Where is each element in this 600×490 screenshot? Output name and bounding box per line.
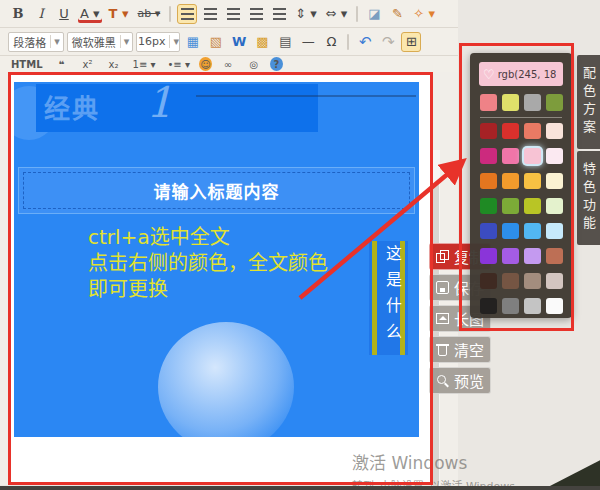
align-left-button[interactable] — [177, 4, 197, 24]
title-placeholder[interactable]: 请输入标题内容 — [23, 172, 410, 209]
color-swatch[interactable] — [502, 148, 519, 164]
strikethrough-button[interactable]: ab ▾ — [134, 4, 163, 24]
color-swatch[interactable] — [502, 298, 519, 314]
color-swatch[interactable] — [480, 248, 497, 264]
paper-ball-image — [158, 322, 294, 437]
color-swatch[interactable] — [546, 173, 563, 189]
line-height-button[interactable]: ⇕ ▾ — [292, 4, 320, 24]
title-input-box[interactable]: 请输入标题内容 — [18, 167, 415, 214]
body-text-line[interactable]: ctrl+a选中全文 — [88, 224, 328, 250]
editor-canvas[interactable]: 经典 1 请输入标题内容 ctrl+a选中全文点击右侧的颜色，全文颜色即可更换 … — [11, 75, 430, 482]
color-swatch[interactable] — [480, 198, 497, 214]
insert-video-button[interactable]: ▤ — [275, 32, 295, 52]
color-swatch[interactable] — [546, 198, 563, 214]
body-text-line[interactable]: 即可更换 — [88, 276, 328, 302]
tab-featured-functions[interactable]: 特色功能 — [577, 151, 600, 245]
text-bg-color-button[interactable]: T ▾ — [106, 4, 132, 24]
screenshot-button[interactable]: ▩ — [252, 32, 272, 52]
help-button[interactable]: ? — [270, 57, 283, 71]
blockquote-button[interactable]: ❝ — [52, 57, 72, 71]
underline-button[interactable]: U — [54, 4, 74, 24]
color-swatch[interactable] — [480, 173, 497, 189]
special-char-button[interactable]: Ω — [321, 32, 341, 52]
find-button[interactable]: ◎ — [244, 57, 264, 71]
separator[interactable] — [356, 6, 358, 22]
color-swatch[interactable] — [524, 273, 541, 289]
color-swatch[interactable] — [546, 123, 563, 139]
color-swatch[interactable] — [480, 123, 497, 139]
desktop-wallpaper-corner — [548, 450, 600, 487]
insert-table-button[interactable]: ▦ — [183, 32, 203, 52]
color-swatch[interactable] — [480, 148, 497, 164]
separator[interactable] — [347, 34, 349, 50]
color-swatch[interactable] — [502, 173, 519, 189]
theme-swatch[interactable] — [480, 94, 497, 111]
color-swatch[interactable] — [480, 298, 497, 314]
color-swatch[interactable] — [502, 223, 519, 239]
color-swatch[interactable] — [502, 273, 519, 289]
separator[interactable] — [169, 6, 171, 22]
horizontal-rule-button[interactable]: — — [298, 32, 318, 52]
clear-button[interactable]: 清空 — [429, 336, 491, 363]
vertical-text[interactable]: 这是什么 — [380, 245, 404, 349]
format-painter-button[interactable]: ✎ — [387, 4, 407, 24]
color-swatch[interactable] — [524, 148, 541, 164]
align-justify-button[interactable] — [246, 4, 266, 24]
color-swatch[interactable] — [546, 248, 563, 264]
insert-image-button[interactable]: ▧ — [206, 32, 226, 52]
link-button[interactable]: ∞ — [218, 57, 238, 71]
preview-button[interactable]: 预览 — [429, 367, 491, 394]
color-swatch[interactable] — [546, 273, 563, 289]
color-swatch[interactable] — [524, 123, 541, 139]
format-eraser-button[interactable]: ◪ — [364, 4, 384, 24]
color-swatch[interactable] — [502, 248, 519, 264]
color-swatch[interactable] — [546, 298, 563, 314]
color-swatch[interactable] — [546, 148, 563, 164]
color-swatch[interactable] — [524, 173, 541, 189]
favorite-color-chip[interactable]: ♡ rgb(245, 18 — [479, 62, 563, 86]
emoji-button[interactable]: ☺ — [199, 57, 212, 71]
font-size-select[interactable]: 16px — [136, 32, 180, 52]
align-center-button[interactable] — [200, 4, 220, 24]
unordered-list-button[interactable]: •≡ ▾ — [164, 57, 192, 71]
font-color-button[interactable]: A ▾ — [77, 4, 103, 24]
color-swatch[interactable] — [502, 123, 519, 139]
toolbar-row-2: 段落格 微软雅黑 16px ▦ ▧ W ▩ ▤ — Ω ↶ — [0, 28, 458, 56]
html-source-button[interactable]: HTML — [8, 57, 46, 71]
color-swatch[interactable] — [524, 298, 541, 314]
align-right-button[interactable] — [223, 4, 243, 24]
template-header-text: 经典 — [44, 88, 100, 125]
color-swatch[interactable] — [524, 248, 541, 264]
letter-spacing-button[interactable]: ⇔ ▾ — [323, 4, 351, 24]
tab-color-schemes[interactable]: 配色方案 — [577, 55, 600, 149]
indent-button[interactable] — [269, 4, 289, 24]
color-swatch[interactable] — [546, 223, 563, 239]
import-word-button[interactable]: W — [229, 32, 249, 52]
subscript-button[interactable]: x₂ — [104, 57, 124, 71]
superscript-button[interactable]: x² — [78, 57, 98, 71]
vertical-text-box[interactable]: 这是什么 — [369, 241, 408, 355]
theme-swatch[interactable] — [546, 94, 563, 111]
paragraph-format-select[interactable]: 段落格 — [8, 32, 64, 52]
windows-activation-watermark: 激活 Windows 转到“电脑设置”以激活 Windows — [352, 449, 515, 490]
body-text[interactable]: ctrl+a选中全文点击右侧的颜色，全文颜色即可更换 — [88, 224, 328, 302]
color-swatch[interactable] — [502, 198, 519, 214]
color-swatch[interactable] — [524, 223, 541, 239]
blue-template[interactable]: 经典 1 请输入标题内容 ctrl+a选中全文点击右侧的颜色，全文颜色即可更换 … — [14, 82, 419, 437]
redo-button[interactable]: ↷ — [378, 32, 398, 52]
ordered-list-button[interactable]: 1≡ ▾ — [130, 57, 159, 71]
theme-swatch[interactable] — [502, 94, 519, 111]
bold-button[interactable]: B — [8, 4, 28, 24]
one-key-beautify-button[interactable]: ✧ ▾ — [410, 4, 438, 24]
theme-swatch[interactable] — [524, 94, 541, 111]
fullscreen-button[interactable]: ⊞ — [401, 32, 421, 52]
color-picker-panel: ♡ rgb(245, 18 — [470, 53, 572, 318]
undo-button[interactable]: ↶ — [355, 32, 375, 52]
toolbar-row-1: B I U A ▾ T ▾ ab ▾ — [0, 0, 458, 28]
font-family-select[interactable]: 微软雅黑 — [67, 32, 133, 52]
italic-button[interactable]: I — [31, 4, 51, 24]
color-swatch[interactable] — [524, 198, 541, 214]
color-swatch[interactable] — [480, 223, 497, 239]
body-text-line[interactable]: 点击右侧的颜色，全文颜色 — [88, 250, 328, 276]
color-swatch[interactable] — [480, 273, 497, 289]
